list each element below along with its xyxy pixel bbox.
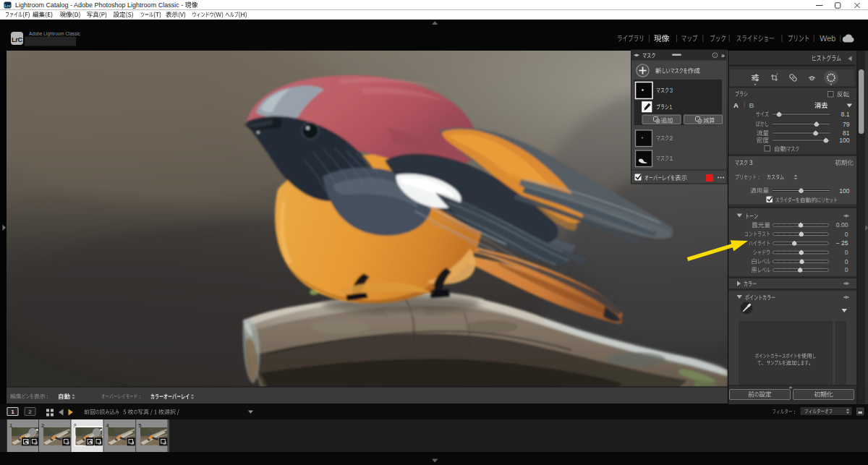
svg-text:0: 0 — [845, 249, 848, 256]
svg-text:100: 100 — [839, 187, 850, 195]
svg-text:0.00: 0.00 — [836, 221, 848, 229]
svg-text:8.1: 8.1 — [841, 111, 850, 118]
svg-text:1: 1 — [669, 103, 673, 111]
svg-text:0: 0 — [845, 258, 848, 265]
svg-text:− 25: − 25 — [836, 239, 848, 247]
svg-text:Lrc: Lrc — [4, 4, 11, 8]
svg-text:3: 3 — [670, 87, 673, 94]
svg-text:A: A — [733, 101, 739, 109]
svg-text:2: 2 — [670, 135, 673, 142]
svg-text:79: 79 — [843, 121, 850, 128]
svg-text:1: 1 — [670, 155, 673, 162]
svg-text:B: B — [749, 101, 754, 109]
svg-text:2: 2 — [28, 409, 32, 415]
svg-text:Lightroom Catalog - Adobe Phot: Lightroom Catalog - Adobe Photoshop Ligh… — [15, 1, 183, 9]
svg-text:100: 100 — [839, 137, 850, 144]
svg-text:0: 0 — [845, 266, 848, 273]
svg-text:»: » — [721, 52, 725, 59]
svg-text:Web: Web — [820, 34, 835, 43]
svg-text:0: 0 — [845, 231, 848, 238]
svg-text:1: 1 — [11, 409, 14, 415]
svg-text:LrC: LrC — [12, 35, 23, 43]
svg-text:Adobe Lightroom Classic: Adobe Lightroom Classic — [29, 31, 81, 37]
svg-text:81: 81 — [843, 129, 850, 137]
